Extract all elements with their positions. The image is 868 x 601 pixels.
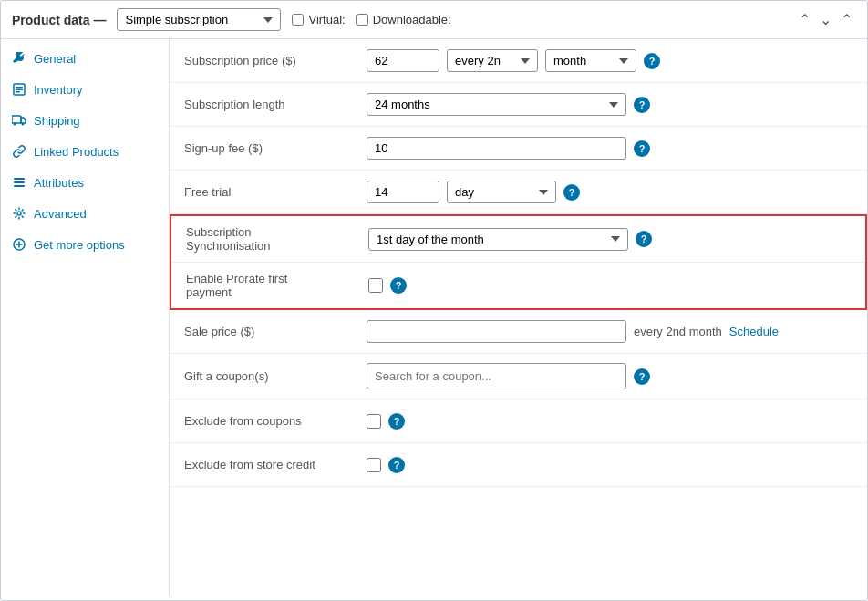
exclude-store-credit-label: Exclude from store credit [184,458,367,471]
svg-rect-8 [14,181,25,183]
main-layout: General Inventory [1,39,867,596]
enable-prorate-help[interactable]: ? [390,277,407,294]
wrench-icon [12,51,26,66]
exclude-coupons-row: Exclude from coupons ? [170,399,867,443]
subscription-sync-label: Subscription Synchronisation [186,225,368,253]
virtual-checkbox-label: Virtual: [292,13,345,26]
top-bar: Product data — Simple subscription Simpl… [1,1,867,39]
sidebar-item-linked-products[interactable]: Linked Products [1,136,169,167]
subscription-sync-help[interactable]: ? [636,231,652,247]
subscription-length-help[interactable]: ? [634,97,650,113]
signup-fee-input[interactable] [367,137,626,160]
sidebar-advanced-label: Advanced [34,207,87,221]
prorate-label-line1: Enable Prorate first [186,272,368,285]
downloadable-checkbox[interactable] [356,14,368,26]
sale-price-extra-text: every 2nd month [634,325,722,338]
arrow-up-button[interactable]: ⌃ [795,9,814,30]
link-icon [12,144,26,159]
subscription-sync-select[interactable]: 1st day of the month Do not synchronise … [368,228,628,251]
gift-coupon-help[interactable]: ? [634,368,650,385]
exclude-coupons-label: Exclude from coupons [184,414,367,428]
sidebar-item-advanced[interactable]: Advanced [1,198,169,229]
signup-fee-row: Sign-up fee ($) ? [170,127,867,171]
exclude-store-credit-controls: ? [367,457,852,473]
sidebar-item-inventory[interactable]: Inventory [1,74,169,105]
truck-icon [12,113,26,128]
signup-fee-controls: ? [367,137,852,160]
svg-rect-2 [16,89,23,91]
exclude-coupons-help[interactable]: ? [388,413,405,430]
free-trial-controls: day week month year ? [367,181,852,203]
coupon-search-input[interactable] [367,363,626,389]
schedule-link[interactable]: Schedule [729,325,779,338]
sidebar-linked-products-label: Linked Products [34,145,119,159]
exclude-coupons-checkbox[interactable] [367,414,381,429]
arrow-down-button[interactable]: ⌄ [816,9,835,30]
signup-fee-help[interactable]: ? [634,140,650,157]
svg-point-10 [17,212,21,215]
sidebar-item-get-more-options[interactable]: Get more options [1,229,169,260]
product-data-panel: Product data — Simple subscription Simpl… [0,0,868,601]
sidebar-shipping-label: Shipping [34,114,80,128]
gift-coupon-controls: ? [367,363,852,389]
free-trial-help[interactable]: ? [563,184,580,201]
downloadable-checkbox-label: Downloadable: [356,13,451,26]
sale-price-row: Sale price ($) every 2nd month Schedule [170,310,867,354]
gift-coupon-label: Gift a coupon(s) [184,369,367,383]
exclude-store-credit-row: Exclude from store credit ? [170,443,867,487]
period-unit-select[interactable]: month day week year [545,49,636,72]
subscription-price-label: Subscription price ($) [184,54,367,67]
free-trial-period-select[interactable]: day week month year [447,181,556,203]
sidebar-general-label: General [34,52,76,66]
sidebar-item-attributes[interactable]: Attributes [1,167,169,198]
sidebar-attributes-label: Attributes [34,176,84,190]
svg-rect-4 [12,116,21,123]
sidebar-item-general[interactable]: General [1,43,169,74]
sale-price-controls: every 2nd month Schedule [367,320,852,343]
svg-rect-1 [16,87,23,88]
virtual-label: Virtual: [308,13,345,26]
top-bar-arrows: ⌃ ⌄ ⌃ [795,9,856,30]
inventory-icon [12,82,26,97]
subscription-length-select[interactable]: 24 months Never expire 1 month 2 months … [367,93,626,116]
sidebar: General Inventory [1,39,170,596]
attributes-icon [12,175,26,190]
subscription-sync-row: Subscription Synchronisation 1st day of … [171,216,865,263]
svg-rect-3 [16,91,20,93]
sidebar-item-shipping[interactable]: Shipping [1,105,169,136]
subscription-sync-section: Subscription Synchronisation 1st day of … [170,214,867,310]
sync-label-line1: Subscription [186,225,368,239]
exclude-store-credit-help[interactable]: ? [388,457,405,473]
subscription-price-input[interactable] [367,49,439,72]
product-type-select[interactable]: Simple subscription Simple product Varia… [117,8,281,31]
enable-prorate-label: Enable Prorate first payment [186,272,368,299]
sync-label-line2: Synchronisation [186,239,368,253]
svg-rect-7 [14,178,25,180]
exclude-store-credit-checkbox[interactable] [367,458,381,472]
enable-prorate-controls: ? [368,277,851,294]
subscription-price-controls: every 2n month day week year ? [367,49,852,72]
svg-rect-9 [14,185,25,187]
subscription-price-help[interactable]: ? [644,53,660,69]
every-period-select[interactable]: every 2n [447,49,538,72]
free-trial-row: Free trial day week month year ? [170,171,867,214]
free-trial-input[interactable] [367,181,439,203]
free-trial-label: Free trial [184,185,367,199]
sale-price-label: Sale price ($) [184,325,367,338]
product-data-label: Product data — [12,13,106,27]
subscription-price-row: Subscription price ($) every 2n month da… [170,39,867,83]
subscription-length-label: Subscription length [184,98,367,111]
svg-point-5 [14,123,16,126]
gift-coupon-row: Gift a coupon(s) ? [170,354,867,399]
sidebar-inventory-label: Inventory [34,83,82,97]
subscription-length-row: Subscription length 24 months Never expi… [170,83,867,127]
downloadable-label: Downloadable: [373,13,451,26]
enable-prorate-row: Enable Prorate first payment ? [171,263,865,308]
plus-icon [12,237,26,252]
arrow-collapse-button[interactable]: ⌃ [837,9,856,30]
exclude-coupons-controls: ? [367,413,852,430]
sale-price-input[interactable] [367,320,626,343]
virtual-checkbox[interactable] [292,14,304,26]
enable-prorate-checkbox[interactable] [368,278,383,293]
signup-fee-label: Sign-up fee ($) [184,141,367,155]
